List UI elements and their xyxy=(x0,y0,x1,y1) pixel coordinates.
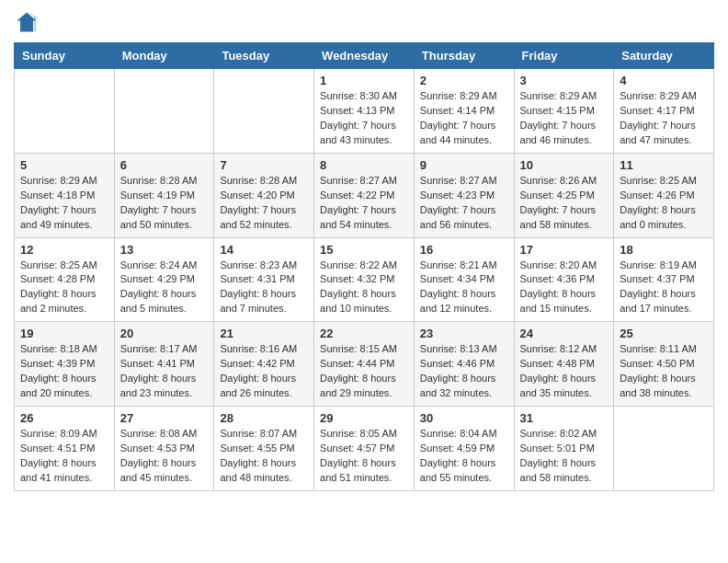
day-info: Sunrise: 8:29 AMSunset: 4:15 PMDaylight:… xyxy=(520,89,609,148)
calendar-day-cell xyxy=(214,69,314,154)
logo-icon xyxy=(14,9,40,35)
calendar-day-cell xyxy=(614,407,714,491)
calendar-week-row: 5Sunrise: 8:29 AMSunset: 4:18 PMDaylight… xyxy=(15,153,714,237)
calendar-day-cell: 5Sunrise: 8:29 AMSunset: 4:18 PMDaylight… xyxy=(15,153,115,237)
calendar-day-cell xyxy=(114,69,214,154)
day-number: 25 xyxy=(620,327,708,340)
calendar-week-row: 1Sunrise: 8:30 AMSunset: 4:13 PMDaylight… xyxy=(15,69,714,154)
day-number: 7 xyxy=(220,158,308,172)
calendar-day-cell: 13Sunrise: 8:24 AMSunset: 4:29 PMDayligh… xyxy=(114,237,214,322)
calendar-day-cell: 30Sunrise: 8:04 AMSunset: 4:59 PMDayligh… xyxy=(414,407,514,491)
calendar-day-header: Tuesday xyxy=(214,43,314,69)
day-number: 16 xyxy=(420,243,508,257)
day-number: 17 xyxy=(520,243,609,257)
day-info: Sunrise: 8:07 AMSunset: 4:55 PMDaylight:… xyxy=(220,427,308,486)
day-number: 3 xyxy=(520,74,609,87)
day-info: Sunrise: 8:29 AMSunset: 4:18 PMDaylight:… xyxy=(20,174,108,233)
calendar-day-header: Friday xyxy=(514,43,614,69)
day-info: Sunrise: 8:22 AMSunset: 4:32 PMDaylight:… xyxy=(320,259,408,317)
calendar-day-header: Sunday xyxy=(15,43,115,69)
calendar-day-cell: 6Sunrise: 8:28 AMSunset: 4:19 PMDaylight… xyxy=(114,153,214,237)
calendar-day-cell: 12Sunrise: 8:25 AMSunset: 4:28 PMDayligh… xyxy=(15,237,115,322)
calendar-day-cell: 20Sunrise: 8:17 AMSunset: 4:41 PMDayligh… xyxy=(114,322,214,407)
day-number: 1 xyxy=(320,74,408,87)
calendar-day-cell: 17Sunrise: 8:20 AMSunset: 4:36 PMDayligh… xyxy=(514,237,614,322)
calendar-day-cell: 29Sunrise: 8:05 AMSunset: 4:57 PMDayligh… xyxy=(314,407,415,491)
day-info: Sunrise: 8:20 AMSunset: 4:36 PMDaylight:… xyxy=(520,259,609,317)
day-info: Sunrise: 8:25 AMSunset: 4:26 PMDaylight:… xyxy=(620,174,708,233)
calendar-day-cell: 26Sunrise: 8:09 AMSunset: 4:51 PMDayligh… xyxy=(15,407,115,491)
calendar-week-row: 19Sunrise: 8:18 AMSunset: 4:39 PMDayligh… xyxy=(15,322,714,407)
logo xyxy=(14,9,41,35)
day-number: 10 xyxy=(520,158,609,172)
day-number: 19 xyxy=(20,327,108,340)
day-number: 26 xyxy=(20,411,108,425)
calendar-day-cell: 8Sunrise: 8:27 AMSunset: 4:22 PMDaylight… xyxy=(314,153,415,237)
calendar-week-row: 12Sunrise: 8:25 AMSunset: 4:28 PMDayligh… xyxy=(15,237,714,322)
calendar-day-cell: 23Sunrise: 8:13 AMSunset: 4:46 PMDayligh… xyxy=(414,322,514,407)
day-info: Sunrise: 8:09 AMSunset: 4:51 PMDaylight:… xyxy=(20,427,108,486)
calendar-day-cell: 9Sunrise: 8:27 AMSunset: 4:23 PMDaylight… xyxy=(414,153,514,237)
day-number: 30 xyxy=(420,411,508,425)
day-info: Sunrise: 8:05 AMSunset: 4:57 PMDaylight:… xyxy=(320,427,408,486)
calendar-day-header: Monday xyxy=(114,43,214,69)
day-info: Sunrise: 8:27 AMSunset: 4:22 PMDaylight:… xyxy=(320,174,408,233)
day-number: 14 xyxy=(220,243,308,257)
day-info: Sunrise: 8:16 AMSunset: 4:42 PMDaylight:… xyxy=(220,342,308,401)
calendar-day-cell: 16Sunrise: 8:21 AMSunset: 4:34 PMDayligh… xyxy=(414,237,514,322)
calendar-table: SundayMondayTuesdayWednesdayThursdayFrid… xyxy=(14,42,714,491)
calendar-day-cell: 2Sunrise: 8:29 AMSunset: 4:14 PMDaylight… xyxy=(414,69,514,154)
day-info: Sunrise: 8:25 AMSunset: 4:28 PMDaylight:… xyxy=(20,259,108,317)
page-header xyxy=(14,9,714,35)
day-info: Sunrise: 8:23 AMSunset: 4:31 PMDaylight:… xyxy=(220,259,308,317)
calendar-day-cell: 31Sunrise: 8:02 AMSunset: 5:01 PMDayligh… xyxy=(514,407,614,491)
day-info: Sunrise: 8:15 AMSunset: 4:44 PMDaylight:… xyxy=(320,342,408,401)
calendar-day-cell: 3Sunrise: 8:29 AMSunset: 4:15 PMDaylight… xyxy=(514,69,614,154)
day-info: Sunrise: 8:19 AMSunset: 4:37 PMDaylight:… xyxy=(620,259,708,317)
day-info: Sunrise: 8:29 AMSunset: 4:14 PMDaylight:… xyxy=(420,89,508,148)
day-info: Sunrise: 8:29 AMSunset: 4:17 PMDaylight:… xyxy=(620,89,708,148)
day-number: 12 xyxy=(20,243,108,257)
day-number: 27 xyxy=(120,411,209,425)
day-number: 6 xyxy=(120,158,209,172)
day-number: 4 xyxy=(620,74,708,87)
day-info: Sunrise: 8:08 AMSunset: 4:53 PMDaylight:… xyxy=(120,427,209,486)
calendar-day-cell: 10Sunrise: 8:26 AMSunset: 4:25 PMDayligh… xyxy=(514,153,614,237)
day-number: 28 xyxy=(220,411,308,425)
calendar-day-cell: 11Sunrise: 8:25 AMSunset: 4:26 PMDayligh… xyxy=(614,153,714,237)
calendar-day-cell: 21Sunrise: 8:16 AMSunset: 4:42 PMDayligh… xyxy=(214,322,314,407)
calendar-day-cell: 14Sunrise: 8:23 AMSunset: 4:31 PMDayligh… xyxy=(214,237,314,322)
calendar-day-header: Thursday xyxy=(414,43,514,69)
day-number: 31 xyxy=(520,411,609,425)
calendar-day-cell: 18Sunrise: 8:19 AMSunset: 4:37 PMDayligh… xyxy=(614,237,714,322)
calendar-day-cell: 27Sunrise: 8:08 AMSunset: 4:53 PMDayligh… xyxy=(114,407,214,491)
day-info: Sunrise: 8:17 AMSunset: 4:41 PMDaylight:… xyxy=(120,342,209,401)
calendar-day-cell: 7Sunrise: 8:28 AMSunset: 4:20 PMDaylight… xyxy=(214,153,314,237)
calendar-day-cell: 15Sunrise: 8:22 AMSunset: 4:32 PMDayligh… xyxy=(314,237,415,322)
day-info: Sunrise: 8:13 AMSunset: 4:46 PMDaylight:… xyxy=(420,342,508,401)
day-info: Sunrise: 8:27 AMSunset: 4:23 PMDaylight:… xyxy=(420,174,508,233)
calendar-day-cell: 25Sunrise: 8:11 AMSunset: 4:50 PMDayligh… xyxy=(614,322,714,407)
day-number: 5 xyxy=(20,158,108,172)
page-container: SundayMondayTuesdayWednesdayThursdayFrid… xyxy=(0,0,728,505)
day-number: 18 xyxy=(620,243,708,257)
day-number: 22 xyxy=(320,327,408,340)
day-info: Sunrise: 8:11 AMSunset: 4:50 PMDaylight:… xyxy=(620,342,708,401)
day-number: 21 xyxy=(220,327,308,340)
day-number: 23 xyxy=(420,327,508,340)
day-info: Sunrise: 8:18 AMSunset: 4:39 PMDaylight:… xyxy=(20,342,108,401)
calendar-day-header: Saturday xyxy=(614,43,714,69)
day-info: Sunrise: 8:30 AMSunset: 4:13 PMDaylight:… xyxy=(320,89,408,148)
day-number: 2 xyxy=(420,74,508,87)
day-info: Sunrise: 8:28 AMSunset: 4:20 PMDaylight:… xyxy=(220,174,308,233)
calendar-day-header: Wednesday xyxy=(314,43,415,69)
calendar-day-cell: 22Sunrise: 8:15 AMSunset: 4:44 PMDayligh… xyxy=(314,322,415,407)
day-info: Sunrise: 8:04 AMSunset: 4:59 PMDaylight:… xyxy=(420,427,508,486)
day-number: 11 xyxy=(620,158,708,172)
day-number: 13 xyxy=(120,243,209,257)
day-number: 24 xyxy=(520,327,609,340)
day-info: Sunrise: 8:02 AMSunset: 5:01 PMDaylight:… xyxy=(520,427,609,486)
calendar-day-cell: 28Sunrise: 8:07 AMSunset: 4:55 PMDayligh… xyxy=(214,407,314,491)
calendar-day-cell: 19Sunrise: 8:18 AMSunset: 4:39 PMDayligh… xyxy=(15,322,115,407)
day-info: Sunrise: 8:28 AMSunset: 4:19 PMDaylight:… xyxy=(120,174,209,233)
